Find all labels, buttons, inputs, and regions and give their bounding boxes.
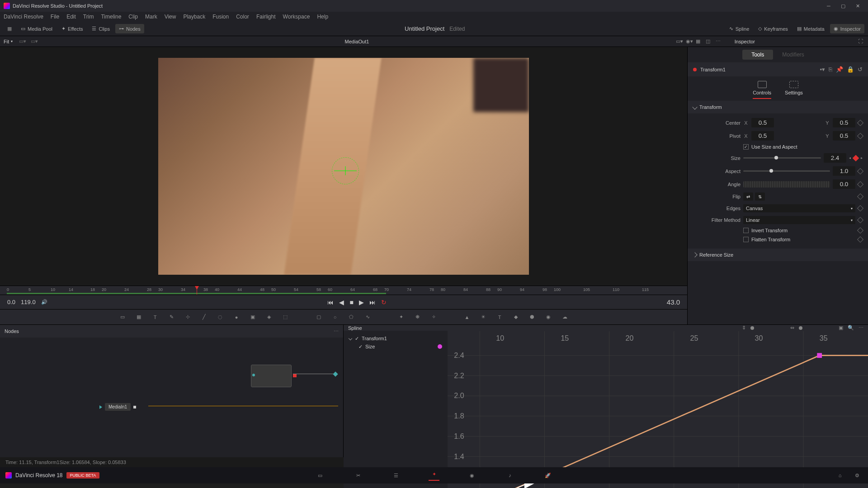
keyframe-diamond[interactable] <box>857 205 863 211</box>
zoom-icon[interactable]: 🔍 <box>848 325 854 331</box>
pivot-y-input[interactable] <box>833 131 855 141</box>
flip-v-button[interactable]: ⇅ <box>755 192 765 201</box>
zoom-v-icon[interactable]: ⇕ <box>742 325 746 331</box>
home-icon[interactable]: ⌂ <box>835 470 845 481</box>
transform-center-marker[interactable] <box>336 162 354 180</box>
angle-dial[interactable] <box>743 181 830 188</box>
audio-icon[interactable]: 🔊 <box>41 299 47 305</box>
aspect-slider[interactable] <box>743 170 830 172</box>
keyframes-button[interactable]: ◇Keyframes <box>755 24 792 33</box>
center-y-input[interactable] <box>833 118 855 127</box>
toggle-button[interactable]: ▦ <box>4 24 15 33</box>
close-button[interactable]: ✕ <box>851 1 864 10</box>
keyframe-diamond-active[interactable] <box>853 155 859 161</box>
spline-button[interactable]: ∿Spline <box>726 24 753 33</box>
tree-size[interactable]: ✓ Size <box>347 343 444 351</box>
keyframe-diamond[interactable] <box>857 227 863 234</box>
fusion-page-icon[interactable]: ✦ <box>429 470 439 481</box>
3d-light-icon[interactable]: ☀ <box>479 313 487 321</box>
keyframe-diamond[interactable] <box>857 181 863 187</box>
fit-icon[interactable]: ▣ <box>839 325 843 331</box>
3d-shape-icon[interactable]: ◆ <box>512 313 520 321</box>
bspline-mask-icon[interactable]: ∿ <box>363 313 372 321</box>
menu-item[interactable]: Mark <box>145 14 157 20</box>
blur-tool-icon[interactable]: ◌ <box>216 313 224 321</box>
keyframe-diamond[interactable] <box>857 236 863 243</box>
tab-tools[interactable]: Tools <box>742 50 773 60</box>
fairlight-page-icon[interactable]: ♪ <box>505 470 515 481</box>
cut-page-icon[interactable]: ✂ <box>353 470 363 481</box>
rectangle-mask-icon[interactable]: ▢ <box>315 313 323 321</box>
settings-icon[interactable]: ⚙ <box>852 470 863 481</box>
transform-tool-icon[interactable]: ◈ <box>265 313 273 321</box>
in-point[interactable]: 0.0 <box>7 299 15 305</box>
deliver-page-icon[interactable]: 🚀 <box>542 470 553 481</box>
filter-select[interactable]: Linear▾ <box>743 216 855 224</box>
keyframe-diamond[interactable] <box>857 193 863 200</box>
angle-input[interactable] <box>833 179 855 189</box>
polygon-mask-icon[interactable]: ⬠ <box>347 313 355 321</box>
menu-item[interactable]: Clip <box>128 14 138 20</box>
nodes-button[interactable]: ⊶Nodes <box>115 24 144 33</box>
play-reverse-button[interactable]: ◀ <box>339 299 344 306</box>
media-pool-button[interactable]: ▭Media Pool <box>17 24 56 33</box>
playhead[interactable] <box>197 286 197 295</box>
menu-item[interactable]: Edit <box>66 14 76 20</box>
paint-tool-icon[interactable]: ✎ <box>167 313 175 321</box>
mask-tool-icon[interactable]: ╱ <box>200 313 208 321</box>
play-button[interactable]: ▶ <box>359 299 364 306</box>
tree-transform1[interactable]: ✓ Transform1 <box>347 334 444 343</box>
effects-button[interactable]: ✦Effects <box>58 24 86 33</box>
time-ruler[interactable]: 0 5 10 14 18 20 24 28 30 34 38 40 44 48 … <box>0 286 687 295</box>
color-page-icon[interactable]: ◉ <box>467 470 477 481</box>
metadata-button[interactable]: ▤Metadata <box>793 24 828 33</box>
node-enable-icon[interactable]: ▪▾ <box>820 66 825 73</box>
3d-fog-icon[interactable]: ☁ <box>561 313 569 321</box>
menu-item[interactable]: Color <box>236 14 249 20</box>
media-page-icon[interactable]: ▭ <box>315 470 326 481</box>
particles2-icon[interactable]: ❋ <box>413 313 421 321</box>
tab-modifiers[interactable]: Modifiers <box>773 50 813 60</box>
menu-item[interactable]: Fusion <box>212 14 229 20</box>
menu-item[interactable]: Fairlight <box>256 14 276 20</box>
spline-graph[interactable]: 10 15 20 25 30 35 2.4 2.2 2.0 1.8 1.6 1.… <box>448 331 868 488</box>
transform-section-header[interactable]: Transform <box>688 101 868 113</box>
menu-item[interactable]: View <box>165 14 176 20</box>
stop-button[interactable]: ■ <box>349 299 353 306</box>
viewer-canvas[interactable] <box>0 47 687 286</box>
node-lock-icon[interactable]: 🔒 <box>847 66 854 73</box>
more-icon[interactable]: ⋯ <box>334 328 339 334</box>
menu-item[interactable]: File <box>51 14 59 20</box>
menu-item[interactable]: DaVinci Resolve <box>4 14 43 20</box>
current-frame[interactable]: 43.0 <box>667 298 680 306</box>
more-icon[interactable]: ⋯ <box>716 38 722 45</box>
split-icon[interactable]: ◫ <box>706 38 712 45</box>
pivot-x-input[interactable] <box>751 131 774 141</box>
duration[interactable]: 119.0 <box>21 299 36 305</box>
ellipse-mask-icon[interactable]: ○ <box>331 313 339 321</box>
color-icon[interactable]: ◉▾ <box>686 38 692 45</box>
keyframe-diamond[interactable] <box>857 168 863 174</box>
menu-item[interactable]: Workspace <box>283 14 310 20</box>
keyframe-diamond[interactable] <box>857 132 863 139</box>
maximize-button[interactable]: ▢ <box>836 1 850 10</box>
fit-dropdown[interactable]: Fit <box>4 39 9 44</box>
invert-checkbox[interactable] <box>743 228 749 233</box>
background-tool-icon[interactable]: ▭ <box>118 313 127 321</box>
menu-item[interactable]: Playback <box>183 14 205 20</box>
text-tool-icon[interactable]: T <box>151 313 159 321</box>
node-reset-icon[interactable]: ↺ <box>858 66 863 73</box>
use-size-checkbox[interactable] <box>743 144 749 150</box>
fastnoise-tool-icon[interactable]: ▦ <box>135 313 143 321</box>
node-version-icon[interactable]: ⎘ <box>829 66 832 73</box>
zoom-h-icon[interactable]: ⇔ <box>790 325 794 331</box>
3d-text-icon[interactable]: T <box>495 313 504 321</box>
node-transform1[interactable] <box>251 365 292 387</box>
first-frame-button[interactable]: ⏮ <box>327 299 334 306</box>
expand-icon[interactable]: ⛶ <box>858 38 864 45</box>
particles-icon[interactable]: ✦ <box>397 313 405 321</box>
flatten-checkbox[interactable] <box>743 237 749 242</box>
node-name[interactable]: Transform1 <box>700 67 726 72</box>
more-icon[interactable]: ⋯ <box>859 325 863 331</box>
tracker-tool-icon[interactable]: ⊹ <box>184 313 192 321</box>
